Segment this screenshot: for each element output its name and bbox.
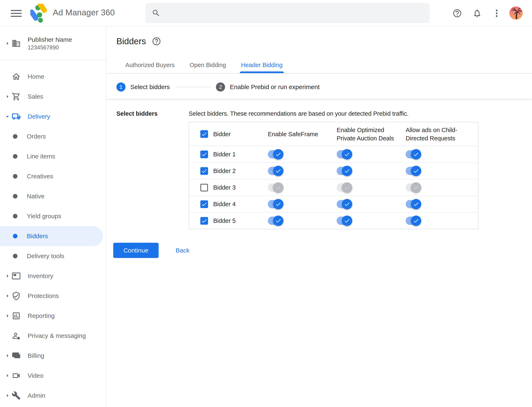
sidebar-item-sales[interactable]: Sales	[0, 86, 106, 107]
sidebar-item-inventory[interactable]: Inventory	[0, 266, 106, 286]
hamburger-menu-icon[interactable]	[11, 8, 23, 19]
bullet-icon	[13, 234, 17, 238]
table-row: Bidder 5	[189, 212, 478, 229]
building-icon	[12, 39, 21, 48]
notifications-bell-icon[interactable]	[471, 8, 483, 19]
row-checkbox[interactable]	[200, 200, 208, 208]
safeframe-toggle[interactable]	[268, 200, 282, 208]
form-actions: Continue Back	[113, 243, 190, 258]
video-camera-icon	[12, 371, 21, 380]
sidebar-item-label: Home	[28, 73, 44, 80]
step-1-label: Select bidders	[130, 84, 170, 91]
caret-spacer	[4, 332, 11, 339]
optimized-deals-toggle[interactable]	[337, 167, 350, 175]
divider	[107, 73, 532, 73]
person-badge-icon	[12, 331, 21, 340]
overflow-menu-icon[interactable]	[491, 8, 502, 19]
sidebar-item-orders[interactable]: Orders	[0, 126, 106, 146]
caret-spacer	[4, 73, 11, 80]
child-directed-toggle[interactable]	[406, 150, 419, 158]
sidebar-item-label: Native	[27, 193, 44, 200]
section-label: Select bidders	[116, 110, 158, 117]
safeframe-toggle[interactable]	[268, 150, 282, 158]
caret-right-icon	[4, 292, 11, 300]
bidder-name: Bidder 5	[213, 217, 268, 224]
sidebar-item-native[interactable]: Native	[0, 186, 106, 206]
sidebar-item-privacy-messaging[interactable]: Privacy & messaging	[0, 326, 106, 346]
sidebar-item-label: Privacy & messaging	[28, 332, 86, 339]
tab-authorized-buyers[interactable]: Authorized Buyers	[125, 57, 175, 73]
cart-icon	[12, 92, 21, 101]
home-icon	[12, 72, 21, 81]
child-directed-toggle[interactable]	[406, 217, 419, 225]
sidebar-item-label: Delivery tools	[27, 252, 64, 259]
sidebar-item-protections[interactable]: Protections	[0, 286, 106, 306]
tab-header-bidding[interactable]: Header Bidding	[241, 57, 283, 73]
safeframe-toggle[interactable]	[268, 217, 282, 225]
safeframe-toggle[interactable]	[268, 167, 282, 175]
caret-right-icon	[4, 272, 11, 280]
truck-icon	[12, 112, 21, 121]
sidebar-item-reporting[interactable]: Reporting	[0, 306, 106, 326]
search-input[interactable]	[166, 9, 424, 17]
help-icon[interactable]	[451, 8, 463, 19]
sidebar-item-label: Bidders	[27, 233, 48, 240]
optimized-deals-toggle[interactable]	[337, 200, 350, 208]
search-icon	[152, 9, 161, 17]
bidder-name: Bidder 1	[213, 151, 268, 158]
optimized-deals-toggle[interactable]	[337, 150, 350, 158]
account-avatar[interactable]	[509, 7, 523, 20]
publisher-switcher[interactable]: Publisher Name 1234567890	[0, 27, 106, 60]
sidebar-item-video[interactable]: Video	[0, 366, 106, 386]
sidebar-item-label: Admin	[28, 392, 45, 399]
inventory-icon	[12, 271, 21, 281]
continue-button[interactable]: Continue	[113, 243, 159, 258]
top-app-bar: Ad Manager 360	[0, 0, 532, 26]
row-checkbox[interactable]	[200, 184, 208, 191]
sidebar-item-home[interactable]: Home	[0, 67, 106, 86]
caret-right-icon	[4, 352, 11, 360]
sidebar-item-label: Line items	[27, 153, 55, 160]
step-connector	[175, 87, 210, 87]
page-help-icon[interactable]	[152, 37, 161, 46]
tab-bar: Authorized Buyers Open Bidding Header Bi…	[125, 57, 283, 73]
bidder-name: Bidder 3	[213, 184, 268, 191]
sidebar-item-delivery[interactable]: Delivery	[0, 107, 106, 126]
column-header-optimized-deals: Enable Optimized Private Auction Deals	[337, 126, 406, 142]
sidebar-item-admin[interactable]: Admin	[0, 386, 106, 406]
child-directed-toggle[interactable]	[406, 183, 419, 192]
safeframe-toggle[interactable]	[268, 183, 282, 192]
step-2-label: Enable Prebid or run experiment	[230, 84, 320, 91]
publisher-id: 1234567890	[28, 44, 72, 51]
sidebar-item-creatives[interactable]: Creatives	[0, 166, 106, 186]
sidebar-item-label: Creatives	[27, 173, 53, 180]
divider	[107, 99, 532, 100]
sidebar-item-delivery-tools[interactable]: Delivery tools	[0, 246, 106, 266]
child-directed-toggle[interactable]	[406, 167, 419, 175]
bullet-icon	[13, 194, 17, 198]
bullet-icon	[13, 254, 17, 258]
wrench-icon	[12, 391, 21, 400]
sidebar-item-label: Orders	[27, 133, 46, 140]
sidebar-item-billing[interactable]: Billing	[0, 346, 106, 366]
bidders-table: Bidder Enable SafeFrame Enable Optimized…	[189, 122, 478, 229]
row-checkbox[interactable]	[200, 217, 208, 225]
optimized-deals-toggle[interactable]	[337, 217, 350, 225]
row-checkbox[interactable]	[200, 150, 208, 158]
sidebar-item-line-items[interactable]: Line items	[0, 146, 106, 166]
select-all-checkbox[interactable]	[200, 130, 208, 138]
sidebar-item-label: Billing	[28, 352, 44, 359]
sidebar-item-bidders[interactable]: Bidders	[0, 226, 103, 246]
back-link[interactable]: Back	[176, 247, 190, 254]
tab-open-bidding[interactable]: Open Bidding	[189, 57, 227, 73]
search-bar[interactable]	[145, 3, 430, 23]
bar-chart-icon	[12, 311, 21, 321]
step-2-circle: 2	[216, 82, 225, 92]
child-directed-toggle[interactable]	[406, 200, 419, 208]
sidebar-item-yield-groups[interactable]: Yield groups	[0, 206, 106, 226]
caret-right-icon	[4, 40, 11, 47]
optimized-deals-toggle[interactable]	[337, 183, 350, 192]
sidebar-nav: Home Sales Delivery Orders Line items Cr…	[0, 60, 106, 406]
row-checkbox[interactable]	[200, 167, 208, 175]
page-header: Bidders	[116, 36, 161, 46]
